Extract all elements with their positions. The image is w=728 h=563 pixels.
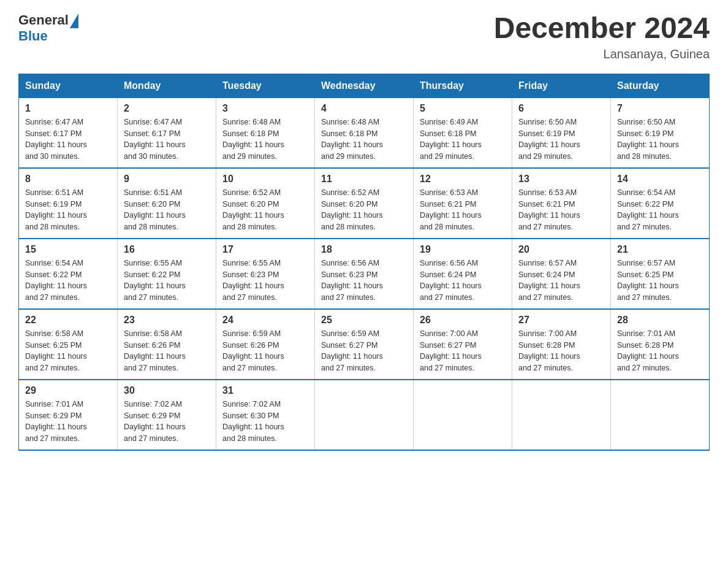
- day-of-week-header: Thursday: [414, 74, 512, 98]
- day-info: Sunrise: 6:47 AM Sunset: 6:17 PM Dayligh…: [124, 117, 210, 163]
- calendar-cell: 3Sunrise: 6:48 AM Sunset: 6:18 PM Daylig…: [216, 98, 315, 168]
- calendar-cell: 21Sunrise: 6:57 AM Sunset: 6:25 PM Dayli…: [611, 239, 710, 309]
- calendar-cell: 27Sunrise: 7:00 AM Sunset: 6:28 PM Dayli…: [512, 309, 611, 380]
- day-of-week-header: Friday: [512, 74, 611, 98]
- logo: General Blue: [18, 12, 78, 44]
- calendar-cell: 23Sunrise: 6:58 AM Sunset: 6:26 PM Dayli…: [118, 309, 216, 380]
- day-of-week-header: Wednesday: [315, 74, 414, 98]
- day-info: Sunrise: 6:51 AM Sunset: 6:20 PM Dayligh…: [124, 187, 210, 233]
- day-info: Sunrise: 6:55 AM Sunset: 6:22 PM Dayligh…: [124, 258, 210, 304]
- day-number: 22: [25, 315, 111, 326]
- calendar-week-row: 15Sunrise: 6:54 AM Sunset: 6:22 PM Dayli…: [19, 239, 710, 309]
- calendar-cell: 19Sunrise: 6:56 AM Sunset: 6:24 PM Dayli…: [414, 239, 512, 309]
- day-of-week-header: Sunday: [19, 74, 118, 98]
- calendar-cell: [611, 380, 710, 450]
- calendar-cell: 9Sunrise: 6:51 AM Sunset: 6:20 PM Daylig…: [118, 168, 216, 239]
- calendar-cell: 2Sunrise: 6:47 AM Sunset: 6:17 PM Daylig…: [118, 98, 216, 168]
- day-number: 20: [518, 244, 604, 255]
- calendar-cell: 10Sunrise: 6:52 AM Sunset: 6:20 PM Dayli…: [216, 168, 315, 239]
- calendar-cell: 4Sunrise: 6:48 AM Sunset: 6:18 PM Daylig…: [315, 98, 414, 168]
- day-number: 26: [420, 315, 506, 326]
- calendar-cell: 28Sunrise: 7:01 AM Sunset: 6:28 PM Dayli…: [611, 309, 710, 380]
- calendar-cell: 29Sunrise: 7:01 AM Sunset: 6:29 PM Dayli…: [19, 380, 118, 450]
- day-info: Sunrise: 6:55 AM Sunset: 6:23 PM Dayligh…: [222, 258, 308, 304]
- day-number: 16: [124, 244, 210, 255]
- day-number: 21: [617, 244, 703, 255]
- day-info: Sunrise: 7:00 AM Sunset: 6:28 PM Dayligh…: [518, 328, 604, 374]
- calendar-week-row: 8Sunrise: 6:51 AM Sunset: 6:19 PM Daylig…: [19, 168, 710, 239]
- day-number: 13: [518, 174, 604, 185]
- calendar-cell: 5Sunrise: 6:49 AM Sunset: 6:18 PM Daylig…: [414, 98, 512, 168]
- day-info: Sunrise: 7:01 AM Sunset: 6:28 PM Dayligh…: [617, 328, 703, 374]
- calendar-cell: 14Sunrise: 6:54 AM Sunset: 6:22 PM Dayli…: [611, 168, 710, 239]
- day-info: Sunrise: 6:53 AM Sunset: 6:21 PM Dayligh…: [420, 187, 506, 233]
- day-number: 15: [25, 244, 111, 255]
- calendar-subtitle: Lansanaya, Guinea: [494, 47, 710, 61]
- day-info: Sunrise: 6:59 AM Sunset: 6:27 PM Dayligh…: [321, 328, 407, 374]
- day-number: 2: [124, 103, 210, 114]
- day-number: 6: [518, 103, 604, 114]
- day-info: Sunrise: 6:56 AM Sunset: 6:24 PM Dayligh…: [420, 258, 506, 304]
- day-info: Sunrise: 6:58 AM Sunset: 6:25 PM Dayligh…: [25, 328, 111, 374]
- logo-blue-text: Blue: [18, 28, 78, 44]
- day-number: 19: [420, 244, 506, 255]
- calendar-cell: 25Sunrise: 6:59 AM Sunset: 6:27 PM Dayli…: [315, 309, 414, 380]
- day-number: 4: [321, 103, 407, 114]
- calendar-cell: 6Sunrise: 6:50 AM Sunset: 6:19 PM Daylig…: [512, 98, 611, 168]
- calendar-cell: 20Sunrise: 6:57 AM Sunset: 6:24 PM Dayli…: [512, 239, 611, 309]
- page-header: General Blue December 2024 Lansanaya, Gu…: [18, 12, 710, 61]
- calendar-cell: 12Sunrise: 6:53 AM Sunset: 6:21 PM Dayli…: [414, 168, 512, 239]
- day-info: Sunrise: 6:54 AM Sunset: 6:22 PM Dayligh…: [617, 187, 703, 233]
- day-number: 27: [518, 315, 604, 326]
- day-number: 17: [222, 244, 308, 255]
- calendar-week-row: 1Sunrise: 6:47 AM Sunset: 6:17 PM Daylig…: [19, 98, 710, 168]
- day-number: 31: [222, 385, 308, 396]
- day-number: 3: [222, 103, 308, 114]
- calendar-cell: 26Sunrise: 7:00 AM Sunset: 6:27 PM Dayli…: [414, 309, 512, 380]
- calendar-cell: 24Sunrise: 6:59 AM Sunset: 6:26 PM Dayli…: [216, 309, 315, 380]
- day-info: Sunrise: 6:48 AM Sunset: 6:18 PM Dayligh…: [321, 117, 407, 163]
- day-number: 10: [222, 174, 308, 185]
- day-number: 11: [321, 174, 407, 185]
- day-number: 5: [420, 103, 506, 114]
- calendar-table: SundayMondayTuesdayWednesdayThursdayFrid…: [18, 74, 710, 451]
- day-number: 29: [25, 385, 111, 396]
- day-info: Sunrise: 7:01 AM Sunset: 6:29 PM Dayligh…: [25, 399, 111, 445]
- day-number: 18: [321, 244, 407, 255]
- calendar-cell: 18Sunrise: 6:56 AM Sunset: 6:23 PM Dayli…: [315, 239, 414, 309]
- calendar-cell: [315, 380, 414, 450]
- day-number: 1: [25, 103, 111, 114]
- day-number: 12: [420, 174, 506, 185]
- calendar-cell: 13Sunrise: 6:53 AM Sunset: 6:21 PM Dayli…: [512, 168, 611, 239]
- calendar-cell: 8Sunrise: 6:51 AM Sunset: 6:19 PM Daylig…: [19, 168, 118, 239]
- day-number: 28: [617, 315, 703, 326]
- calendar-cell: 31Sunrise: 7:02 AM Sunset: 6:30 PM Dayli…: [216, 380, 315, 450]
- day-info: Sunrise: 6:57 AM Sunset: 6:25 PM Dayligh…: [617, 258, 703, 304]
- day-info: Sunrise: 6:59 AM Sunset: 6:26 PM Dayligh…: [222, 328, 308, 374]
- day-number: 8: [25, 174, 111, 185]
- day-info: Sunrise: 6:50 AM Sunset: 6:19 PM Dayligh…: [518, 117, 604, 163]
- calendar-header-row: SundayMondayTuesdayWednesdayThursdayFrid…: [19, 74, 710, 98]
- day-of-week-header: Monday: [118, 74, 216, 98]
- calendar-cell: [414, 380, 512, 450]
- day-info: Sunrise: 6:58 AM Sunset: 6:26 PM Dayligh…: [124, 328, 210, 374]
- day-number: 25: [321, 315, 407, 326]
- day-number: 7: [617, 103, 703, 114]
- day-of-week-header: Tuesday: [216, 74, 315, 98]
- day-info: Sunrise: 6:50 AM Sunset: 6:19 PM Dayligh…: [617, 117, 703, 163]
- day-of-week-header: Saturday: [611, 74, 710, 98]
- day-info: Sunrise: 6:54 AM Sunset: 6:22 PM Dayligh…: [25, 258, 111, 304]
- calendar-cell: 17Sunrise: 6:55 AM Sunset: 6:23 PM Dayli…: [216, 239, 315, 309]
- calendar-week-row: 22Sunrise: 6:58 AM Sunset: 6:25 PM Dayli…: [19, 309, 710, 380]
- day-info: Sunrise: 7:00 AM Sunset: 6:27 PM Dayligh…: [420, 328, 506, 374]
- day-info: Sunrise: 6:51 AM Sunset: 6:19 PM Dayligh…: [25, 187, 111, 233]
- day-number: 9: [124, 174, 210, 185]
- day-number: 24: [222, 315, 308, 326]
- calendar-cell: [512, 380, 611, 450]
- calendar-cell: 1Sunrise: 6:47 AM Sunset: 6:17 PM Daylig…: [19, 98, 118, 168]
- day-info: Sunrise: 6:52 AM Sunset: 6:20 PM Dayligh…: [321, 187, 407, 233]
- day-info: Sunrise: 6:49 AM Sunset: 6:18 PM Dayligh…: [420, 117, 506, 163]
- day-info: Sunrise: 6:48 AM Sunset: 6:18 PM Dayligh…: [222, 117, 308, 163]
- calendar-cell: 30Sunrise: 7:02 AM Sunset: 6:29 PM Dayli…: [118, 380, 216, 450]
- calendar-cell: 7Sunrise: 6:50 AM Sunset: 6:19 PM Daylig…: [611, 98, 710, 168]
